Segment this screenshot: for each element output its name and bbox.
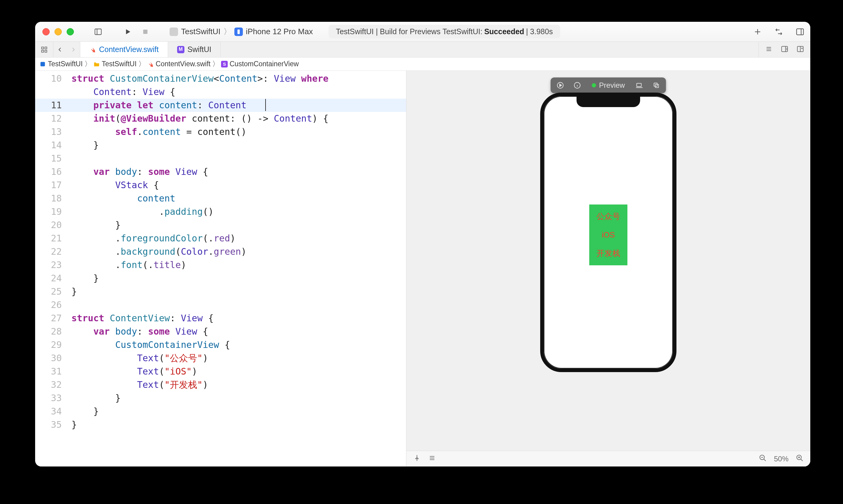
jb-project: TestSwiftUI <box>48 60 83 68</box>
device-icon <box>234 28 243 36</box>
source-editor[interactable]: 1011121314151617181920212223242526272829… <box>35 71 406 467</box>
zoom-in-button[interactable] <box>796 454 804 464</box>
status-suffix: | 3.980s <box>526 27 553 36</box>
app-icon <box>170 28 178 36</box>
xcode-window: TestSwiftUI 〉 iPhone 12 Pro Max TestSwif… <box>35 22 810 467</box>
zoom-button[interactable] <box>67 28 74 35</box>
jb-sep-icon: 〉 <box>138 59 145 69</box>
scheme-device-name: iPhone 12 Pro Max <box>246 27 313 36</box>
svg-line-36 <box>764 459 766 461</box>
nav-back-button[interactable] <box>53 47 67 53</box>
scheme-app-name: TestSwiftUI <box>181 27 221 36</box>
status-prefix: TestSwiftUI | Build for Previews TestSwi… <box>336 27 482 36</box>
svg-rect-23 <box>40 62 45 66</box>
device-frame: 公众号 iOS 开发栈 <box>540 93 676 372</box>
traffic-lights <box>42 28 74 35</box>
run-button[interactable] <box>122 28 133 36</box>
preview-device-button[interactable] <box>631 79 648 92</box>
svg-rect-11 <box>45 50 47 52</box>
jb-folder: TestSwiftUI <box>102 60 137 68</box>
svg-rect-3 <box>237 29 240 34</box>
svg-rect-9 <box>45 47 47 49</box>
activity-status[interactable]: TestSwiftUI | Build for Previews TestSwi… <box>329 25 560 38</box>
canvas-footer: 50% <box>406 451 810 467</box>
preview-canvas: Preview 公众号 iOS 开发栈 <box>406 71 810 467</box>
related-items-button[interactable] <box>35 42 53 57</box>
preview-duplicate-button[interactable] <box>648 79 665 92</box>
svg-line-39 <box>801 459 803 461</box>
preview-toolbar: Preview <box>550 77 666 93</box>
editor-options-button[interactable] <box>765 45 773 54</box>
jb-file: ContentView.swift <box>156 60 210 68</box>
main-split: 1011121314151617181920212223242526272829… <box>35 71 810 467</box>
tab-label: SwiftUI <box>187 45 211 54</box>
struct-icon: S <box>221 61 228 68</box>
preview-inspect-button[interactable] <box>569 79 586 92</box>
pin-preview-button[interactable] <box>413 454 421 464</box>
toggle-inspector-button[interactable] <box>794 28 806 36</box>
code-area[interactable]: struct CustomContainerView<Content>: Vie… <box>71 72 404 431</box>
jb-sep-icon: 〉 <box>212 59 219 69</box>
svg-rect-10 <box>41 50 44 52</box>
preview-label: Preview <box>599 81 625 90</box>
titlebar: TestSwiftUI 〉 iPhone 12 Pro Max TestSwif… <box>35 22 810 42</box>
live-dot-icon <box>592 83 596 87</box>
tab-swiftui[interactable]: SwiftUI <box>168 42 221 57</box>
scheme-selector[interactable]: TestSwiftUI 〉 iPhone 12 Pro Max <box>170 26 313 37</box>
close-button[interactable] <box>42 28 50 35</box>
nav-forward-button[interactable] <box>67 47 80 53</box>
zoom-out-button[interactable] <box>759 454 767 464</box>
preview-text: 开发栈 <box>593 244 623 263</box>
library-add-button[interactable] <box>752 28 763 36</box>
nav-history <box>53 42 80 57</box>
svg-rect-30 <box>654 83 657 86</box>
jump-bar[interactable]: TestSwiftUI 〉 TestSwiftUI 〉 ContentView.… <box>35 57 810 71</box>
code-review-button[interactable] <box>773 28 784 36</box>
status-result: Succeeded <box>484 27 524 36</box>
svg-rect-6 <box>797 29 804 35</box>
tab-trailing <box>758 42 810 57</box>
tab-bar: ContentView.swift SwiftUI <box>35 42 810 57</box>
preview-content: 公众号 iOS 开发栈 <box>589 204 627 265</box>
canvas-inner[interactable]: Preview 公众号 iOS 开发栈 <box>406 71 810 451</box>
toolbar-right <box>752 28 806 36</box>
svg-rect-15 <box>781 46 788 51</box>
svg-rect-0 <box>95 29 101 35</box>
tab-contentview[interactable]: ContentView.swift <box>80 42 168 57</box>
minimize-button[interactable] <box>54 28 62 35</box>
folder-icon <box>93 61 100 68</box>
preview-list-button[interactable] <box>428 454 436 464</box>
device-notch <box>577 95 640 107</box>
svg-rect-31 <box>655 85 659 88</box>
preview-text: 公众号 <box>593 207 623 226</box>
zoom-level: 50% <box>774 455 789 463</box>
swift-file-icon <box>89 46 96 53</box>
text-caret <box>265 99 266 111</box>
preview-text: iOS <box>599 226 618 244</box>
project-icon <box>39 61 46 68</box>
scheme-chevron-icon: 〉 <box>223 26 231 37</box>
tab-label: ContentView.swift <box>99 45 159 54</box>
add-editor-button[interactable] <box>796 45 804 54</box>
svg-rect-28 <box>637 84 641 87</box>
preview-live-indicator[interactable]: Preview <box>586 81 631 90</box>
stop-button[interactable] <box>140 28 151 36</box>
svg-rect-2 <box>143 30 148 34</box>
jb-sep-icon: 〉 <box>85 59 91 69</box>
jb-symbol: CustomContainerView <box>229 60 298 68</box>
adjust-editor-button[interactable] <box>780 45 789 54</box>
toggle-navigator-button[interactable] <box>93 28 104 36</box>
svg-rect-8 <box>41 47 44 49</box>
gutter: 1011121314151617181920212223242526272829… <box>35 71 67 467</box>
swift-file-icon <box>147 61 154 68</box>
preview-play-button[interactable] <box>552 79 569 92</box>
swiftui-module-icon <box>177 46 184 53</box>
